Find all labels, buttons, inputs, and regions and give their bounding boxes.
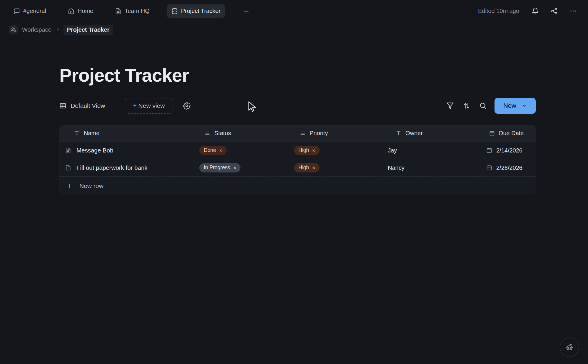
priority-tag[interactable]: High × [294, 146, 320, 155]
filter-button[interactable] [446, 102, 454, 110]
remove-tag-icon[interactable]: × [219, 148, 222, 153]
tag-label: Done [204, 148, 216, 153]
calendar-icon [486, 147, 492, 153]
gear-icon [183, 102, 191, 110]
status-tag[interactable]: Done × [199, 146, 227, 155]
new-row-button[interactable]: New row [59, 176, 536, 195]
table-view-icon [59, 102, 66, 109]
plus-icon [66, 183, 73, 189]
app-window: #general Home Team HQ Project Tracker [0, 0, 588, 364]
search-icon [479, 102, 487, 110]
tag-label: In Progress [204, 165, 230, 170]
table-row[interactable]: Fill out paperwork for bank In Progress … [59, 159, 536, 176]
tag-label: High [298, 148, 309, 153]
column-label: Priority [310, 130, 328, 137]
chevron-down-icon [522, 103, 527, 108]
cell-status[interactable]: Done × [194, 146, 288, 155]
new-record-button[interactable]: New [495, 98, 536, 114]
remove-tag-icon[interactable]: × [233, 165, 236, 170]
due-date: 2/14/2026 [496, 147, 522, 154]
column-header-status[interactable]: Status [194, 130, 288, 137]
cell-status[interactable]: In Progress × [194, 163, 288, 172]
search-button[interactable] [479, 102, 487, 110]
tab-label: Home [78, 8, 93, 14]
chat-icon [14, 8, 20, 14]
owner-name: Jay [388, 147, 397, 154]
cell-owner[interactable]: Nancy [382, 165, 479, 171]
document-icon [65, 147, 71, 153]
plus-icon [242, 7, 250, 15]
add-tab-button[interactable] [242, 7, 250, 15]
document-icon [65, 165, 71, 171]
top-bar: #general Home Team HQ Project Tracker [0, 0, 588, 22]
priority-tag[interactable]: High × [294, 163, 320, 172]
document-icon [115, 8, 121, 14]
column-header-due-date[interactable]: Due Date [479, 130, 536, 137]
cell-priority[interactable]: High × [288, 163, 382, 172]
bell-icon [532, 7, 539, 15]
remove-tag-icon[interactable]: × [312, 148, 315, 153]
share-button[interactable] [551, 8, 558, 15]
tab-general[interactable]: #general [9, 4, 51, 18]
more-icon [569, 7, 577, 15]
home-icon [68, 8, 74, 14]
tab-label: #general [23, 8, 46, 14]
owner-name: Nancy [388, 165, 405, 171]
tab-label: Team HQ [125, 8, 149, 14]
notifications-button[interactable] [532, 7, 539, 15]
new-button-label: New [503, 102, 516, 110]
database-icon [171, 8, 178, 14]
column-header-owner[interactable]: Owner [382, 130, 479, 137]
column-label: Due Date [499, 130, 524, 137]
column-label: Status [214, 130, 231, 137]
chevron-right-icon [56, 27, 61, 32]
robot-icon [565, 343, 574, 352]
tag-label: High [298, 165, 309, 170]
calendar-icon [486, 165, 492, 171]
breadcrumb-workspace[interactable]: Workspace [20, 25, 53, 34]
share-icon [551, 8, 558, 15]
row-name: Message Bob [76, 147, 113, 154]
default-view-button[interactable]: Default View [59, 102, 105, 109]
breadcrumb: Workspace Project Tracker [9, 25, 113, 35]
sort-button[interactable] [463, 102, 470, 110]
top-bar-actions: Edited 10m ago [478, 7, 577, 15]
cell-owner[interactable]: Jay [382, 147, 479, 154]
edited-status: Edited 10m ago [478, 8, 519, 14]
cell-priority[interactable]: High × [288, 146, 382, 155]
cell-due-date[interactable]: 2/14/2026 [479, 147, 536, 154]
due-date: 2/26/2026 [496, 165, 522, 171]
list-icon [300, 130, 305, 136]
new-view-button[interactable]: + New view [125, 98, 173, 114]
more-button[interactable] [569, 7, 577, 15]
tab-team-hq[interactable]: Team HQ [110, 4, 154, 18]
row-name: Fill out paperwork for bank [76, 164, 148, 171]
column-label: Name [84, 130, 99, 137]
assistant-bot-button[interactable] [560, 338, 579, 357]
calendar-icon [489, 130, 495, 136]
text-type-icon [396, 130, 401, 136]
cell-name[interactable]: Fill out paperwork for bank [59, 164, 194, 171]
table-row[interactable]: Message Bob Done × High × Jay [59, 142, 536, 159]
tab-home[interactable]: Home [63, 4, 98, 18]
list-icon [205, 130, 210, 136]
remove-tag-icon[interactable]: × [312, 165, 315, 170]
breadcrumb-current[interactable]: Project Tracker [63, 25, 113, 35]
page-title: Project Tracker [59, 65, 189, 85]
sort-icon [463, 102, 470, 110]
column-header-name[interactable]: Name [59, 130, 194, 137]
people-icon[interactable] [9, 25, 18, 34]
table-header-row: Name Status Priority Owner [59, 125, 536, 142]
view-toolbar: Default View + New view New [59, 98, 536, 114]
filter-icon [446, 102, 454, 110]
column-label: Owner [405, 130, 423, 137]
status-tag[interactable]: In Progress × [199, 163, 240, 172]
tab-bar: #general Home Team HQ Project Tracker [9, 4, 250, 18]
cell-name[interactable]: Message Bob [59, 147, 194, 154]
text-type-icon [74, 130, 80, 136]
view-settings-button[interactable] [183, 102, 191, 110]
column-header-priority[interactable]: Priority [288, 130, 382, 137]
cell-due-date[interactable]: 2/26/2026 [479, 165, 536, 171]
view-label: Default View [71, 102, 105, 109]
tab-project-tracker[interactable]: Project Tracker [167, 4, 225, 18]
